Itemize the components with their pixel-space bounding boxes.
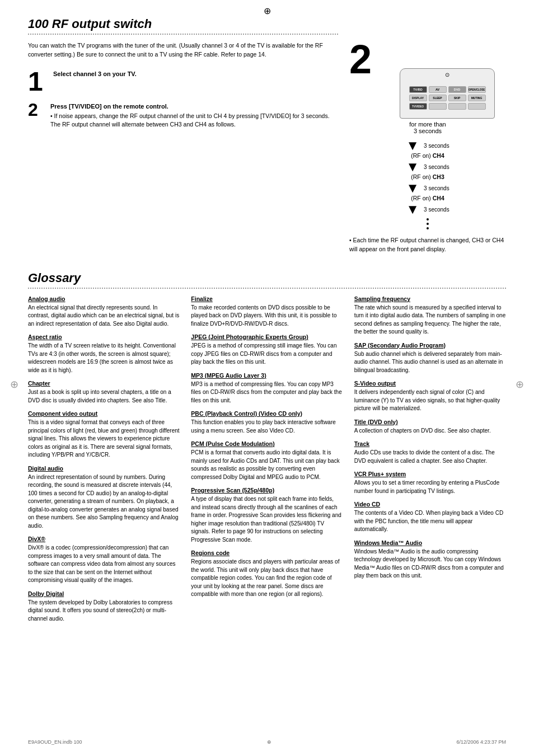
remote-btn-tvbd[interactable]: TV/BD (409, 86, 427, 93)
remote-row-2: DISPLAY SLEEP SKIP MUTING (409, 95, 486, 101)
glossary-definition: This function enables you to play back i… (191, 419, 343, 435)
footer-left: E9A9OUD_EN.indb 100 (28, 739, 82, 745)
remote-btn-muting[interactable]: MUTING (468, 95, 486, 101)
glossary-term: Analog audio (28, 295, 180, 302)
rf-right-diagram: 2 ⊙ TV/BD AV DVD OPEN/CLOSE DISPLAY SLEE… (349, 17, 506, 254)
remote-btn-empty3 (468, 103, 486, 110)
glossary-definition: MP3 is a method of compressing files. Yo… (191, 381, 343, 405)
glossary-term: Component video output (28, 410, 180, 417)
glossary-definition: An electrical signal that directly repre… (28, 304, 180, 328)
footer: E9A9OUD_EN.indb 100 ⊕ 6/12/2006 4:23:37 … (0, 739, 534, 745)
remote-btn-skip[interactable]: SKIP (448, 95, 466, 101)
glossary-term: Video CD (354, 501, 506, 508)
glossary-entry: Video CDThe contents of a Video CD. When… (354, 501, 506, 534)
glossary-definition: It delivers independently each signal of… (354, 388, 506, 413)
seconds-label-4: 3 seconds (424, 206, 449, 213)
glossary-entry: SAP (Secondary Audio Program)Sub audio c… (354, 342, 506, 375)
glossary-divider (28, 288, 506, 289)
seconds-label-1: 3 seconds (424, 143, 449, 149)
ch4-label-1: (RF on) CH4 (411, 152, 444, 159)
glossary-entry: Dolby DigitalThe system developed by Dol… (28, 590, 180, 623)
rf-section-title: 100 RF output switch (28, 17, 338, 31)
footer-center-icon: ⊕ (267, 739, 271, 745)
glossary-term: Progressive Scan (525p/480p) (191, 487, 343, 494)
right-binder-icon: ⊕ (516, 378, 524, 391)
glossary-entry: JPEG (Joint Photographic Experts Group)J… (191, 334, 343, 367)
glossary-term: Regions code (191, 550, 343, 556)
glossary-entry: Windows Media™ AudioWindows Media™ Audio… (354, 539, 506, 580)
glossary-entry: ChapterJust as a book is split up into s… (28, 380, 180, 405)
glossary-definition: Windows Media™ Audio is the audio compre… (354, 548, 506, 580)
arrow4: ▼ (406, 203, 419, 216)
glossary-definition: Just as a book is split up into several … (28, 388, 180, 405)
channel-sequence-diagram: ▼ 3 seconds (RF on) CH4 ▼ 3 seconds (RF … (406, 139, 449, 229)
remote-btn-empty2 (448, 103, 466, 110)
glossary-term: Chapter (28, 380, 180, 387)
glossary-definition: To make recorded contents on DVD discs p… (191, 304, 343, 328)
glossary-term: Dolby Digital (28, 590, 180, 597)
rf-bullet-note: • Each time the RF output channel is cha… (349, 236, 506, 254)
glossary-term: PCM (Pulse Code Modulation) (191, 440, 343, 447)
seconds-label-3: 3 seconds (424, 185, 449, 191)
diagram-step2-number: 2 (349, 39, 372, 79)
rf-intro-text: You can watch the TV programs with the t… (28, 41, 338, 59)
ellipsis-dot2 (427, 223, 429, 225)
step2-number: 2 (28, 101, 45, 119)
glossary-term: Aspect ratio (28, 334, 180, 340)
footer-right: 6/12/2006 4:23:37 PM (456, 739, 506, 745)
arrow2: ▼ (406, 160, 419, 173)
step1-block: 1 Select channel 3 on your TV. (28, 68, 338, 95)
remote-btn-display[interactable]: DISPLAY (409, 95, 427, 101)
glossary-entry: Digital audioAn indirect representation … (28, 465, 180, 530)
glossary-definition: A type of display that does not split ea… (191, 495, 343, 544)
glossary-col-2: FinalizeTo make recorded contents on DVD… (191, 295, 343, 629)
glossary-term: PBC (Playback Control) (Video CD only) (191, 410, 343, 417)
glossary-term: S-Video output (354, 380, 506, 387)
remote-row-3: TV/VIDEO (409, 103, 486, 110)
glossary-entry: Progressive Scan (525p/480p)A type of di… (191, 487, 343, 544)
glossary-term: Windows Media™ Audio (354, 539, 506, 546)
remote-button-grid: TV/BD AV DVD OPEN/CLOSE DISPLAY SLEEP SK… (409, 86, 486, 110)
left-binder-icon: ⊕ (10, 378, 18, 391)
glossary-term: Digital audio (28, 465, 180, 472)
remote-btn-sleep[interactable]: SLEEP (429, 95, 447, 101)
remote-btn-dvd[interactable]: DVD (448, 86, 466, 93)
step1-number: 1 (28, 68, 48, 95)
glossary-term: JPEG (Joint Photographic Experts Group) (191, 334, 343, 340)
glossary-term: Track (354, 440, 506, 447)
page: ⊕ ⊕ ⊕ 100 RF output switch You can watch… (0, 0, 534, 756)
step2-title: Press [TV/VIDEO] on the remote control. (50, 103, 338, 110)
glossary-term: VCR Plus+ system (354, 471, 506, 477)
glossary-definition: The rate which sound is measured by a sp… (354, 304, 506, 336)
glossary-entry: PBC (Playback Control) (Video CD only)Th… (191, 410, 343, 435)
glossary-term: Sampling frequency (354, 295, 506, 302)
arrow1: ▼ (406, 139, 419, 152)
glossary-definition: JPEG is a method of compressing still im… (191, 342, 343, 367)
top-center-icon: ⊕ (264, 6, 271, 16)
glossary-definition: Audio CDs use tracks to divide the conte… (354, 449, 506, 465)
glossary-section: Glossary Analog audioAn electrical signa… (28, 271, 506, 629)
remote-btn-av[interactable]: AV (429, 86, 447, 93)
glossary-definition: PCM is a format that converts audio into… (191, 449, 343, 481)
glossary-entry: MP3 (MPEG Audio Layer 3)MP3 is a method … (191, 372, 343, 405)
remote-circle-icon: ⊙ (445, 72, 449, 78)
step1-title: Select channel 3 on your TV. (53, 71, 338, 77)
remote-btn-open[interactable]: OPEN/CLOSE (468, 86, 486, 93)
glossary-entry: TrackAudio CDs use tracks to divide the … (354, 440, 506, 465)
step2-bullet-text: • If noise appears, change the RF output… (50, 112, 338, 130)
rf-divider (28, 34, 338, 35)
glossary-definition: Regions associate discs and players with… (191, 558, 343, 599)
remote-btn-tvvideo[interactable]: TV/VIDEO (409, 103, 427, 110)
glossary-definition: A collection of chapters on DVD disc. Se… (354, 427, 506, 435)
glossary-entry: Component video outputThis is a video si… (28, 410, 180, 459)
glossary-entry: DivX®DivX® is a codec (compression/decom… (28, 536, 180, 585)
glossary-entry: Aspect ratioThe width of a TV screen rel… (28, 334, 180, 374)
glossary-term: MP3 (MPEG Audio Layer 3) (191, 372, 343, 379)
glossary-entry: Sampling frequencyThe rate which sound i… (354, 295, 506, 336)
ellipsis-dot1 (427, 218, 429, 220)
remote-row-1: TV/BD AV DVD OPEN/CLOSE (409, 86, 486, 93)
step2-content: Press [TV/VIDEO] on the remote control. … (50, 101, 338, 130)
glossary-entry: Title (DVD only)A collection of chapters… (354, 419, 506, 435)
glossary-entry: VCR Plus+ systemAllows you to set a time… (354, 471, 506, 495)
glossary-columns: Analog audioAn electrical signal that di… (28, 295, 506, 629)
